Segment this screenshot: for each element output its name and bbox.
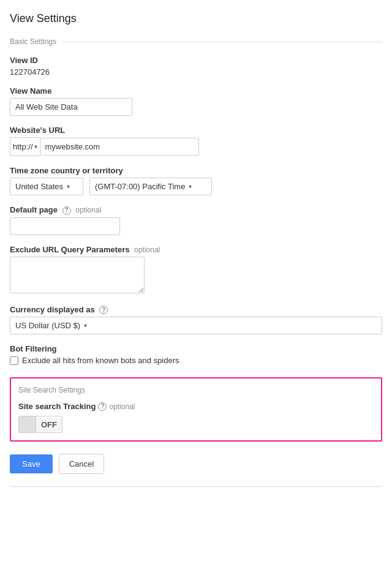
view-name-label: View Name (10, 86, 382, 96)
timezone-label: Time zone country or territory (10, 166, 382, 175)
toggle-handle (19, 416, 36, 432)
default-page-label: Default page ? optional (10, 205, 382, 215)
currency-info-icon[interactable]: ? (99, 306, 108, 314)
view-name-group: View Name (10, 86, 382, 116)
protocol-chevron-icon: ▾ (34, 143, 37, 150)
bot-filtering-label: Bot Filtering (10, 344, 382, 353)
view-id-group: View ID 122704726 (10, 56, 382, 77)
site-search-box: Site Search Settings Site search Trackin… (10, 377, 382, 442)
site-search-toggle-container: OFF (18, 416, 374, 433)
timezone-value: (GMT-07:00) Pacific Time (95, 182, 185, 191)
url-row: http:// ▾ (10, 137, 382, 156)
view-id-label: View ID (10, 56, 382, 65)
toggle-state-label: OFF (36, 418, 62, 432)
view-id-value: 122704726 (10, 67, 50, 77)
currency-dropdown[interactable]: US Dollar (USD $) ▾ (10, 317, 382, 334)
timezone-chevron-icon: ▾ (189, 183, 192, 190)
website-url-label: Website's URL (10, 126, 382, 135)
buttons-row: Save Cancel (10, 454, 382, 474)
site-search-section-label: Site Search Settings (18, 386, 85, 394)
site-search-toggle[interactable]: OFF (18, 416, 62, 433)
view-name-input[interactable] (10, 98, 132, 116)
page-title: View Settings (10, 12, 382, 25)
section-divider (62, 42, 382, 42)
website-url-group: Website's URL http:// ▾ (10, 126, 382, 156)
bot-filtering-checkbox-row: Exclude all hits from known bots and spi… (10, 356, 382, 365)
currency-chevron-icon: ▾ (84, 322, 87, 329)
site-search-tracking-label-row: Site search Tracking ? optional (18, 402, 374, 411)
timezone-row: United States ▾ (GMT-07:00) Pacific Time… (10, 178, 382, 195)
bottom-divider (10, 486, 382, 487)
protocol-value: http:// (13, 142, 33, 151)
bot-filtering-group: Bot Filtering Exclude all hits from know… (10, 344, 382, 365)
basic-settings-label: Basic Settings (10, 37, 56, 46)
save-button[interactable]: Save (10, 454, 53, 473)
url-input[interactable] (40, 138, 199, 156)
country-value: United States (15, 182, 63, 191)
country-dropdown[interactable]: United States ▾ (10, 178, 83, 195)
country-chevron-icon: ▾ (67, 183, 70, 190)
timezone-dropdown[interactable]: (GMT-07:00) Pacific Time ▾ (89, 178, 212, 195)
default-page-optional: optional (75, 206, 101, 214)
exclude-url-textarea[interactable] (10, 257, 145, 293)
exclude-url-group: Exclude URL Query Parameters optional (10, 245, 382, 295)
currency-label: Currency displayed as ? (10, 305, 382, 315)
bot-filtering-checkbox-label: Exclude all hits from known bots and spi… (22, 356, 179, 365)
site-search-info-icon[interactable]: ? (98, 402, 107, 411)
cancel-button[interactable]: Cancel (59, 454, 104, 474)
basic-settings-section-header: Basic Settings (10, 37, 382, 46)
bot-filtering-checkbox[interactable] (10, 356, 18, 365)
timezone-group: Time zone country or territory United St… (10, 166, 382, 195)
protocol-dropdown[interactable]: http:// ▾ (10, 137, 40, 156)
site-search-optional: optional (109, 402, 135, 411)
exclude-url-label: Exclude URL Query Parameters optional (10, 245, 382, 254)
default-page-group: Default page ? optional (10, 205, 382, 235)
default-page-input[interactable] (10, 217, 120, 235)
exclude-url-optional: optional (134, 246, 160, 254)
currency-group: Currency displayed as ? US Dollar (USD $… (10, 305, 382, 335)
site-search-header: Site Search Settings (18, 386, 374, 394)
default-page-info-icon[interactable]: ? (62, 206, 71, 215)
currency-value: US Dollar (USD $) (15, 321, 80, 330)
